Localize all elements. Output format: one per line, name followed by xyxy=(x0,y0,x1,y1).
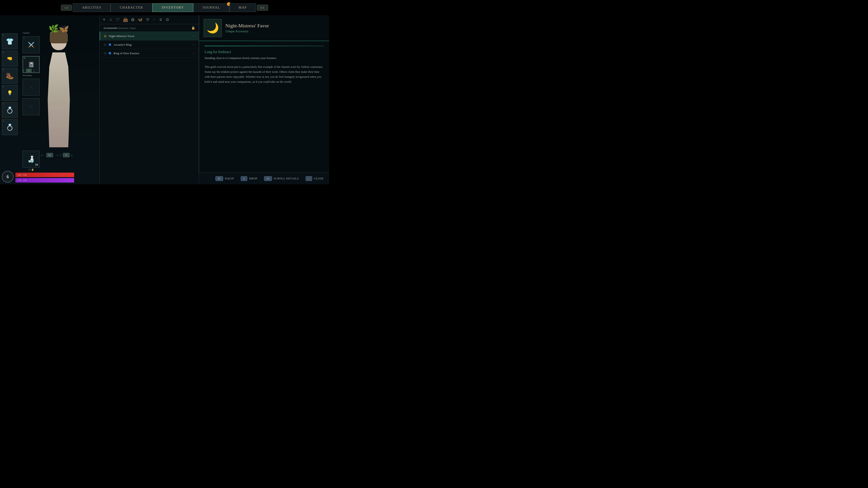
close-label: Close xyxy=(314,177,324,180)
weapon-slot-1[interactable]: I ⚔️ xyxy=(23,36,39,53)
rs-indicator: ← RS → xyxy=(40,153,59,157)
cat-quest-icon[interactable]: ♛ xyxy=(159,17,162,22)
character-crown: 🌿🦋 xyxy=(49,24,69,34)
cat-consumables-icon[interactable]: 🦋 xyxy=(138,17,143,22)
arrow-down-icon: ↓ xyxy=(33,68,35,73)
item-name-1: Night-Mistress' Favor xyxy=(109,34,190,38)
cat-all-icon[interactable]: ✦ xyxy=(102,17,106,22)
equip-slot-chest[interactable]: I 👕 xyxy=(2,33,18,49)
item-type-icon-3: ◇ xyxy=(104,51,106,55)
health-bar: 150 / 150 xyxy=(16,173,74,177)
tab-journal[interactable]: JOURNAL ! xyxy=(193,3,229,12)
section-title: Accessories (Sorted by: Type) xyxy=(103,26,191,30)
equipment-slots: I 👕 I 🤜 I 🥾 I 💡 I 💍 I 💍 xyxy=(2,33,18,135)
lock-icon: 🔒 xyxy=(191,26,195,30)
drop-action[interactable]: X Drop xyxy=(241,176,257,181)
cat-bag-icon[interactable]: 👜 xyxy=(123,17,128,22)
cat-weapons-icon[interactable]: ⚔ xyxy=(109,17,113,22)
tab-abilities[interactable]: ABILITIES xyxy=(73,3,111,12)
item-row-3[interactable]: ◇ 🔵 Ring of Slow Essence — xyxy=(100,49,199,58)
close-action[interactable]: B Close xyxy=(306,176,324,181)
item-list: ◎ Night-Mistress' Favor — ◇ 🔵 Arcanist's… xyxy=(100,32,199,58)
status-bars: 6 150 / 150 170 / 170 xyxy=(2,173,74,183)
detail-description: Long for Embrace Standing close to a Com… xyxy=(199,41,329,89)
detail-item-name: Night-Mistress' Favor xyxy=(225,23,324,29)
cat-crafting-icon[interactable]: ⚒ xyxy=(146,17,149,22)
ability-description: Standing close to a Companion slowly res… xyxy=(205,56,324,60)
equipped-icon: ◎ xyxy=(104,34,106,38)
essence-icon-3: 🔵 xyxy=(108,52,111,55)
item-type-icon-2: ◇ xyxy=(104,43,106,46)
detail-item-info: Night-Mistress' Favor Unique Accessory xyxy=(225,23,324,33)
secondary-slot-2[interactable]: | xyxy=(23,98,39,115)
consumable-slot[interactable]: 🍶 10 xyxy=(23,151,39,168)
drop-label: Drop xyxy=(249,177,257,180)
inventory-panel: ✦ ⚔ 🛡 👜 ⊙ 🦋 ⚒ ··· ♛ ✿ Accessories (Sorte… xyxy=(99,15,199,184)
ts-badge: TS xyxy=(63,153,70,157)
character-body xyxy=(43,53,74,147)
cat-misc-icon[interactable]: ··· xyxy=(153,18,156,22)
ability-name: Long for Embrace xyxy=(205,50,324,54)
scroll-action[interactable]: RS Scroll Details xyxy=(264,176,299,181)
secondary-weapon-slots: | | xyxy=(23,78,39,117)
teal-divider xyxy=(205,46,324,46)
y-button-badge: Y xyxy=(26,69,32,73)
mana-bar: 170 / 170 xyxy=(16,178,74,183)
equip-label: Equip xyxy=(225,177,234,180)
character-panel: I 👕 I 🤜 I 🥾 I 💡 I 💍 I 💍 🌿🦋 xyxy=(0,15,99,184)
cat-special-icon[interactable]: ✿ xyxy=(166,17,169,22)
arrow-up-icon: ↑ xyxy=(23,68,25,73)
detail-header: 🌙 Night-Mistress' Favor Unique Accessory xyxy=(199,15,329,41)
tab-character[interactable]: CHARACTER xyxy=(111,3,152,12)
rs-badge-action: RS xyxy=(264,176,272,181)
item-name-3: Ring of Slow Essence xyxy=(114,52,190,55)
weapon-switch[interactable]: ↑ Y ↓ xyxy=(23,68,35,73)
current-label: Current xyxy=(23,32,39,34)
rs-badge: RS xyxy=(46,153,53,157)
detail-item-icon: 🌙 xyxy=(204,19,222,37)
level-circle: 6 xyxy=(2,171,13,183)
cat-accessories-icon[interactable]: ⊙ xyxy=(131,17,134,22)
lb-button[interactable]: LB xyxy=(61,5,72,11)
b-badge: B xyxy=(306,176,312,181)
consumable-limit: 10 🔒 xyxy=(23,168,39,171)
accessories-header: Accessories (Sorted by: Type) 🔒 xyxy=(100,24,199,32)
equip-slot-trinket[interactable]: I 💡 xyxy=(2,85,18,101)
tab-inventory[interactable]: INVENTORY xyxy=(152,3,193,12)
section-subtitle: (Sorted by: Type) xyxy=(118,27,135,29)
lore-text: This gold crescent moon pin is a particu… xyxy=(205,64,324,84)
item-name-2: Arcanist's Ring xyxy=(114,43,190,46)
up-arrow-icon: ↑ xyxy=(60,153,61,157)
item-row-2[interactable]: ◇ 🔵 Arcanist's Ring — xyxy=(100,40,199,49)
top-navigation: LB ABILITIES CHARACTER INVENTORY JOURNAL… xyxy=(0,0,329,15)
health-text: 150 / 150 xyxy=(17,173,27,176)
equip-slot-ring1[interactable]: I 💍 xyxy=(2,102,18,118)
x-badge: X xyxy=(241,176,247,181)
secondary-slot-1[interactable]: | xyxy=(23,78,39,96)
detail-item-type: Unique Accessory xyxy=(225,30,324,33)
rb-button[interactable]: RB xyxy=(257,5,268,11)
detail-panel: 🌙 Night-Mistress' Favor Unique Accessory… xyxy=(199,15,329,184)
left-arrow-icon: ← xyxy=(40,153,44,157)
action-bar: RT Equip X Drop RS Scroll Details B Clos… xyxy=(199,173,329,184)
consumable-area: 🍶 10 10 🔒 xyxy=(23,151,39,171)
secondary-label: Secondary xyxy=(23,74,32,76)
essence-icon-2: 🔵 xyxy=(108,43,111,46)
ts-indicator: ↑ TS ↓ xyxy=(60,153,73,157)
tab-map[interactable]: MAP xyxy=(229,3,256,12)
equip-slot-boots[interactable]: I 🥾 xyxy=(2,68,18,84)
mana-text: 170 / 170 xyxy=(17,179,27,182)
equip-action[interactable]: RT Equip xyxy=(215,176,234,181)
scroll-label: Scroll Details xyxy=(274,177,299,180)
equip-slot-hands[interactable]: I 🤜 xyxy=(2,51,18,66)
right-arrow-icon: → xyxy=(55,153,59,157)
category-icons-row: ✦ ⚔ 🛡 👜 ⊙ 🦋 ⚒ ··· ♛ ✿ xyxy=(100,15,199,24)
down-arrow-2-icon: ↓ xyxy=(71,153,73,157)
moon-icon: 🌙 xyxy=(207,22,219,34)
equip-slot-ring2[interactable]: I 💍 xyxy=(2,119,18,135)
rt-badge: RT xyxy=(215,176,223,181)
cat-armor-icon[interactable]: 🛡 xyxy=(116,18,120,22)
current-weapon-slots: Current I ⚔️ II 📓 xyxy=(23,32,39,74)
item-row-1[interactable]: ◎ Night-Mistress' Favor — xyxy=(100,32,199,40)
